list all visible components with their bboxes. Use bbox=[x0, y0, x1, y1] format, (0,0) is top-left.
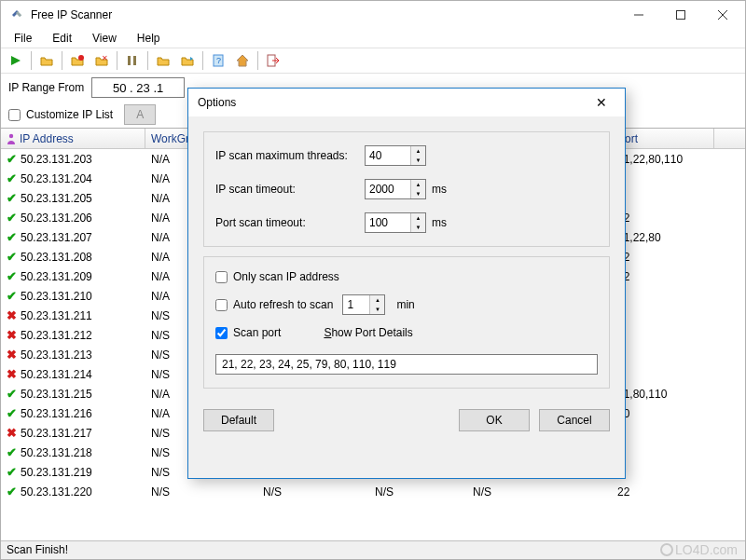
show-port-details-link[interactable]: Show Port Details bbox=[324, 326, 412, 339]
port-timeout-input[interactable]: ▲▼ bbox=[365, 212, 426, 233]
svg-text:?: ? bbox=[216, 56, 221, 65]
ip-max-threads-input[interactable]: ▲▼ bbox=[365, 145, 426, 166]
ms-label: ms bbox=[432, 183, 447, 196]
scan-settings-group: IP scan maximum threads: ▲▼ IP scan time… bbox=[203, 131, 610, 247]
port-timeout-label: Port scan timeout: bbox=[215, 216, 365, 229]
customize-ip-list-label: Customize IP List bbox=[26, 108, 113, 121]
menu-view[interactable]: View bbox=[83, 30, 126, 47]
min-label: min bbox=[396, 298, 414, 311]
only-scan-ip-checkbox[interactable] bbox=[215, 271, 228, 283]
scan-port-label: Scan port bbox=[233, 326, 281, 339]
ip-max-threads-label: IP scan maximum threads: bbox=[215, 149, 365, 162]
svg-point-15 bbox=[9, 133, 13, 137]
toolbar: ✕ ? bbox=[1, 48, 745, 74]
play-icon[interactable] bbox=[5, 49, 27, 72]
delete-icon[interactable]: ✕ bbox=[90, 49, 113, 72]
col-ip[interactable]: IP Address bbox=[1, 129, 145, 148]
help-icon[interactable]: ? bbox=[207, 49, 229, 72]
customize-ip-list-checkbox[interactable]: Customize IP List bbox=[8, 108, 113, 121]
auto-refresh-min-input[interactable]: ▲▼ bbox=[342, 294, 385, 315]
ip-timeout-label: IP scan timeout: bbox=[215, 183, 365, 196]
folder-export-icon[interactable] bbox=[176, 49, 199, 72]
svg-text:✕: ✕ bbox=[102, 55, 108, 62]
ip-timeout-input[interactable]: ▲▼ bbox=[365, 179, 426, 199]
options-icon[interactable] bbox=[121, 49, 144, 72]
svg-rect-9 bbox=[128, 56, 131, 65]
ports-input[interactable] bbox=[215, 354, 598, 375]
menu-file[interactable]: File bbox=[5, 30, 41, 47]
window-title: Free IP Scanner bbox=[31, 8, 617, 21]
svg-rect-3 bbox=[676, 11, 684, 20]
menu-edit[interactable]: Edit bbox=[43, 30, 81, 47]
menu-help[interactable]: Help bbox=[128, 30, 170, 47]
folder-icon[interactable] bbox=[152, 49, 174, 72]
table-row[interactable]: ✔50.23.131.220N/SN/SN/SN/S22 bbox=[1, 482, 745, 501]
auto-refresh-label: Auto refresh to scan bbox=[233, 298, 333, 311]
ms-label-2: ms bbox=[432, 216, 447, 229]
cancel-button[interactable]: Cancel bbox=[539, 409, 610, 431]
col-port[interactable]: Port bbox=[612, 129, 714, 148]
scan-options-group: Only scan IP address Auto refresh to sca… bbox=[203, 256, 610, 389]
watermark: LO4D.com bbox=[660, 542, 738, 557]
dialog-close-icon[interactable]: ✕ bbox=[587, 95, 615, 110]
status-bar: Scan Finish! bbox=[1, 540, 745, 559]
default-button[interactable]: Default bbox=[203, 409, 274, 431]
person-icon bbox=[7, 133, 16, 144]
scan-port-checkbox[interactable] bbox=[215, 327, 228, 339]
exit-icon[interactable] bbox=[262, 49, 284, 72]
svg-rect-10 bbox=[133, 56, 136, 65]
app-icon bbox=[10, 7, 25, 22]
ip-range-from-input[interactable] bbox=[91, 77, 185, 98]
svg-marker-6 bbox=[11, 56, 21, 65]
ip-range-from-label: IP Range From bbox=[8, 81, 84, 94]
ok-button[interactable]: OK bbox=[459, 409, 530, 431]
save-icon[interactable] bbox=[66, 49, 89, 72]
dialog-title: Options bbox=[198, 96, 587, 109]
maximize-button[interactable] bbox=[659, 2, 701, 28]
folder-open-icon[interactable] bbox=[35, 49, 58, 72]
minimize-button[interactable] bbox=[617, 2, 659, 28]
svg-marker-13 bbox=[237, 55, 248, 66]
dialog-titlebar: Options ✕ bbox=[188, 89, 625, 116]
window-titlebar: Free IP Scanner bbox=[1, 1, 745, 29]
add-button[interactable]: A bbox=[124, 104, 156, 125]
menubar: File Edit View Help bbox=[1, 29, 745, 48]
close-button[interactable] bbox=[701, 2, 743, 28]
options-dialog: Options ✕ IP scan maximum threads: ▲▼ IP… bbox=[187, 88, 626, 479]
auto-refresh-checkbox[interactable] bbox=[215, 299, 228, 311]
only-scan-ip-label: Only scan IP address bbox=[233, 270, 339, 283]
svg-point-7 bbox=[78, 55, 84, 61]
home-icon[interactable] bbox=[231, 49, 254, 72]
